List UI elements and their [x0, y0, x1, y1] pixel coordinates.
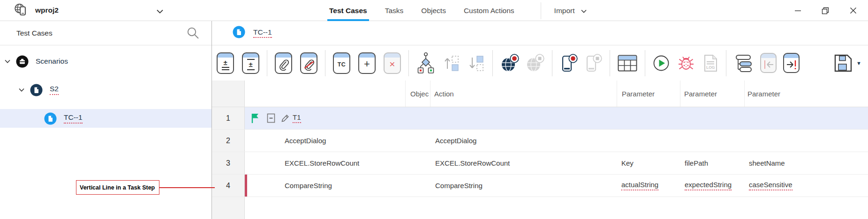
row-number[interactable]: 1 [212, 107, 245, 129]
toolbar-divider [610, 50, 610, 76]
scenario-icon [30, 84, 43, 96]
tree-item-label: S2 [50, 85, 59, 95]
chevron-down-icon[interactable] [19, 88, 25, 92]
sidebar-header: Test Cases [0, 21, 211, 45]
step-row-4[interactable]: 4 CompareString CompareString actualStri… [212, 175, 868, 197]
project-name: wproj2 [35, 6, 59, 15]
tab-custom-actions[interactable]: Custom Actions [464, 0, 514, 21]
web-stop-button[interactable] [526, 53, 544, 73]
row-number[interactable]: 3 [212, 152, 245, 174]
import-menu[interactable]: Import [554, 7, 587, 15]
collapse-group-icon[interactable] [267, 113, 275, 123]
grid-header-row: Objec Action Parameter Parameter Paramet… [212, 80, 868, 107]
mobile-record-button[interactable] [560, 53, 578, 73]
move-step-down-button[interactable] [468, 53, 485, 73]
toolbar-divider [726, 50, 726, 76]
save-button[interactable] [833, 53, 853, 73]
step-row-1-group[interactable]: 1 T1 [212, 107, 868, 130]
document-tab-strip: TC--1 [212, 21, 868, 45]
step-name-cell[interactable]: CompareString [245, 175, 405, 197]
parameter3-cell[interactable]: sheetName [744, 152, 868, 174]
data-table-button[interactable] [618, 55, 637, 72]
breakpoint-right-icon [786, 59, 797, 70]
detach-file-button[interactable] [300, 52, 317, 74]
svg-text:LOG: LOG [706, 65, 715, 70]
scenarios-folder-icon [16, 55, 29, 68]
name-column-header [245, 80, 405, 107]
step-name-cell[interactable]: AcceptDialog [245, 130, 405, 152]
parameter3-column-header: Parameter [744, 80, 868, 107]
project-switcher[interactable]: wproj2 [0, 3, 59, 18]
tree-item-scenarios[interactable]: Scenarios [0, 52, 211, 71]
plus-minus-icon: ± [247, 59, 255, 70]
search-icon[interactable] [187, 27, 199, 39]
toolbar-divider [267, 50, 267, 76]
add-step-below-button[interactable]: ± [217, 52, 234, 74]
convert-to-test-case-button[interactable]: TC [333, 52, 350, 74]
tree-item-s2[interactable]: S2 [0, 80, 211, 99]
action-cell[interactable]: CompareString [430, 175, 617, 197]
step-outline-button[interactable] [734, 53, 754, 73]
mobile-stop-button[interactable] [584, 53, 602, 73]
run-to-next-breakpoint-button[interactable] [783, 53, 800, 73]
paperclip-slash-icon [303, 58, 315, 71]
attach-file-button[interactable] [275, 52, 292, 74]
step-row-2[interactable]: 2 AcceptDialog AcceptDialog [212, 130, 868, 152]
tab-objects[interactable]: Objects [421, 0, 446, 21]
group-name[interactable]: T1 [293, 113, 301, 123]
editor-toolbar: ± ± [212, 45, 868, 80]
grid-filler [212, 197, 868, 219]
globe-stop-icon [526, 53, 544, 73]
parameter1-cell[interactable] [617, 130, 680, 152]
parameter3-cell[interactable] [744, 130, 868, 152]
minimize-button[interactable] [790, 3, 805, 18]
parameter1-cell[interactable]: Key [617, 152, 680, 174]
parameter2-cell[interactable]: expectedString [685, 181, 732, 190]
steps-grid: Objec Action Parameter Parameter Paramet… [212, 80, 868, 219]
document-tab-label[interactable]: TC--1 [253, 28, 272, 38]
object-cell[interactable] [405, 152, 430, 174]
run-button[interactable] [653, 55, 670, 72]
edit-pencil-icon[interactable] [280, 114, 289, 123]
toolbar-divider [408, 50, 409, 76]
flag-icon [250, 113, 260, 124]
parameter2-cell[interactable]: filePath [680, 152, 744, 174]
breakpoint-left-icon [763, 59, 774, 70]
row-number[interactable]: 2 [212, 130, 245, 152]
add-step-above-button[interactable]: ± [242, 52, 259, 74]
parameter2-cell[interactable] [680, 130, 744, 152]
step-row-3[interactable]: 3 EXCEL.StoreRowCount EXCEL.StoreRowCoun… [212, 152, 868, 175]
tree-item-tc-1[interactable]: TC--1 [0, 109, 211, 128]
debug-button[interactable] [677, 54, 695, 72]
object-cell[interactable] [405, 175, 430, 197]
restore-button[interactable] [818, 3, 833, 18]
test-case-icon [233, 26, 245, 40]
add-test-case-button[interactable]: + [358, 52, 376, 74]
action-cell[interactable]: EXCEL.StoreRowCount [430, 152, 617, 174]
chevron-down-icon[interactable] [5, 59, 11, 64]
project-chevron-down-icon[interactable] [157, 7, 163, 15]
phone-record-icon [560, 53, 578, 73]
view-log-button[interactable]: LOG [702, 54, 718, 73]
row-number-header [212, 80, 245, 107]
group-steps-button[interactable] [416, 52, 435, 74]
action-cell[interactable]: AcceptDialog [430, 130, 617, 152]
toolbar-divider [492, 50, 493, 76]
tab-tasks[interactable]: Tasks [385, 0, 404, 21]
move-step-up-button[interactable] [443, 53, 460, 73]
step-name-cell[interactable]: EXCEL.StoreRowCount [245, 152, 405, 174]
parameter1-cell[interactable]: actualString [621, 181, 658, 190]
app-window: wproj2 Test Cases Tasks Objects Custom A… [0, 0, 868, 219]
object-cell[interactable] [405, 130, 430, 152]
tab-test-cases[interactable]: Test Cases [329, 0, 367, 21]
row-number[interactable]: 4 [212, 175, 245, 197]
save-dropdown-caret-icon[interactable]: ▼ [856, 60, 861, 66]
save-floppy-icon [833, 53, 853, 73]
parameter3-cell[interactable]: caseSensitive [749, 181, 793, 190]
toolbar-divider [325, 50, 325, 76]
close-button[interactable] [845, 3, 860, 18]
nav-divider [541, 2, 541, 19]
delete-button[interactable]: × [384, 52, 401, 74]
run-to-previous-breakpoint-button[interactable] [760, 53, 777, 73]
web-record-button[interactable] [500, 53, 519, 73]
